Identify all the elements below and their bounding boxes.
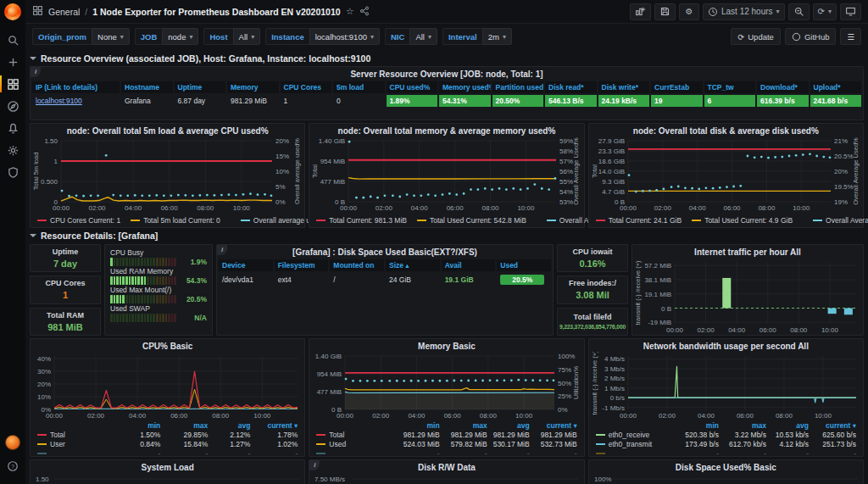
column-header[interactable]: Size ▴ (385, 259, 441, 272)
grafana-logo[interactable] (4, 3, 21, 20)
dashboard-settings-button[interactable]: ⚙ (679, 3, 699, 20)
legend-col-header[interactable]: min (114, 421, 160, 430)
add-panel-button[interactable] (630, 3, 651, 20)
column-header[interactable]: Filesystem (274, 259, 330, 272)
panel-title[interactable]: Disk R/W Data (309, 460, 583, 473)
variable-value-dropdown[interactable]: node▾ (162, 28, 198, 45)
share-icon[interactable] (359, 6, 370, 18)
column-header[interactable]: Device (218, 259, 274, 272)
panel-title[interactable]: node: Overall total memory & average mem… (309, 124, 583, 136)
time-range-picker[interactable]: Last 12 hours ▾ (703, 3, 785, 20)
panel-title[interactable]: CPU% Basic (31, 339, 304, 352)
legend-col-header[interactable]: min (394, 421, 440, 430)
stat-title[interactable]: Free inodes:/ (569, 279, 616, 287)
panel-title[interactable]: Server Resource Overview [JOB: node, Tot… (31, 67, 863, 80)
admin-shield-icon[interactable] (0, 161, 25, 183)
internet-traffic-chart[interactable]: 00:0002:0004:0006:0008:0010:0057.2 MiB38… (632, 258, 863, 335)
panel-title[interactable]: System Load (31, 460, 304, 473)
legend-series-name[interactable] (37, 449, 114, 457)
dashboards-icon[interactable] (0, 73, 25, 95)
stat-title[interactable]: CPU iowait (572, 248, 612, 256)
variable-value-dropdown[interactable]: localhost:9100▾ (309, 28, 380, 45)
variable-value-dropdown[interactable]: None▾ (92, 28, 130, 45)
legend-series-name[interactable]: Used (316, 440, 393, 448)
legend-col-header[interactable]: max (719, 421, 766, 430)
legend-series-name[interactable] (596, 449, 673, 457)
explore-compass-icon[interactable] (0, 95, 25, 117)
column-header[interactable]: Uptime (174, 81, 227, 94)
legend-series-name[interactable]: Total (316, 431, 393, 439)
update-link-button[interactable]: ⟳ Update (731, 28, 781, 45)
dashboard-title[interactable]: 1 Node Exporter for Prometheus Dashboard… (92, 7, 340, 17)
add-icon[interactable] (0, 51, 25, 73)
panel-title[interactable]: Memory Basic (309, 339, 583, 352)
search-icon[interactable] (0, 29, 25, 51)
menu-hamburger-icon[interactable]: ☰ (840, 28, 861, 45)
legend-col-header[interactable]: max (160, 421, 208, 430)
column-header[interactable]: Memory used% (438, 81, 492, 94)
legend-item[interactable]: Total 5m load Current: 0 (131, 216, 220, 225)
cpu-basic-chart[interactable]: 00:0002:0004:0006:0008:0010:0040%30%20%1… (31, 352, 304, 420)
table-cell-link[interactable]: localhost:9100 (31, 94, 120, 108)
legend-series-name[interactable]: eth0_receive (596, 431, 673, 439)
panel-title[interactable]: Network bandwidth usage per second All (589, 339, 863, 352)
breadcrumb-folder[interactable]: General (48, 7, 80, 17)
stat-title[interactable]: Uptime (53, 248, 79, 256)
column-header[interactable]: TCP_tw (704, 81, 757, 94)
column-header[interactable]: Partition used%* (492, 81, 545, 94)
row-header-overview[interactable]: Resource Overview (associated JOB), Host… (30, 52, 864, 64)
legend-series-name[interactable]: User (37, 440, 114, 448)
disk-overall-chart[interactable]: 00:0002:0004:0006:0008:0010:0027.9 GiB23… (589, 136, 863, 213)
legend-item[interactable]: Total Used Current: 542.8 MiB (417, 216, 526, 225)
column-header[interactable]: 5m load (332, 81, 386, 94)
column-header[interactable]: Used (496, 259, 552, 272)
column-header[interactable]: CPU used% (386, 81, 439, 94)
variable-value-dropdown[interactable]: All▾ (233, 28, 261, 45)
memory-basic-chart[interactable]: 00:0002:0004:0006:0008:0010:001.40 GiB95… (309, 352, 583, 420)
legend-item[interactable]: Total Current: 981.3 MiB (316, 216, 407, 225)
user-avatar[interactable] (5, 435, 20, 450)
load-cpu-chart[interactable]: 00:0002:0004:0006:0008:0010:001.5010.500… (31, 136, 304, 213)
column-header[interactable]: Memory (226, 81, 280, 94)
cycle-view-mode-button[interactable] (840, 3, 861, 20)
network-bandwidth-chart[interactable]: 00:0002:0004:0006:0008:0010:004 Mb/s3 Mb… (589, 352, 863, 420)
legend-col-header[interactable]: avg (208, 421, 250, 430)
column-header[interactable]: Mounted on (329, 259, 385, 272)
legend-col-header[interactable]: max (440, 421, 487, 430)
memory-overall-chart[interactable]: 00:0002:0004:0006:0008:0010:001.40 GiB95… (309, 136, 583, 213)
legend-series-name[interactable]: eth0_transmit (596, 440, 673, 448)
zoom-out-time-button[interactable] (788, 3, 810, 20)
variable-value-dropdown[interactable]: 2m▾ (482, 28, 512, 45)
legend-col-header[interactable]: current ▾ (530, 421, 577, 430)
row-header-details[interactable]: Resource Details: [Grafana] (30, 229, 864, 242)
column-header[interactable]: Disk write* (598, 81, 651, 94)
column-header[interactable]: Avail (441, 259, 497, 272)
column-header[interactable]: Download* (756, 81, 810, 94)
save-dashboard-button[interactable] (654, 3, 676, 20)
legend-item[interactable]: CPU Cores Current: 1 (37, 216, 120, 225)
panel-title[interactable]: Disk Space Used% Basic (589, 460, 863, 473)
help-icon[interactable]: ? (0, 455, 25, 477)
system-load-chart[interactable]: 1.50 (31, 473, 304, 484)
panel-title[interactable]: [Grafana] : Disk Space Used Basic(EXT?/X… (217, 245, 553, 258)
legend-item[interactable]: Overall Average Used% Current: 20.5% (813, 216, 868, 225)
column-header[interactable]: CPU Cores (280, 81, 333, 94)
panel-title[interactable]: Internet traffic per hour All (632, 245, 863, 258)
legend-item[interactable]: Total Current: 24.1 GiB (596, 216, 682, 225)
variable-value-dropdown[interactable]: All▾ (409, 28, 437, 45)
refresh-button[interactable]: ⟳▾ (813, 3, 837, 20)
legend-item[interactable]: Total Used Current: 4.9 GiB (692, 216, 793, 225)
stat-title[interactable]: Total filefd (574, 313, 612, 321)
alerting-bell-icon[interactable] (0, 117, 25, 139)
disk-rw-chart[interactable]: 7.50 MB/s (309, 473, 583, 484)
legend-col-header[interactable]: avg (766, 421, 809, 430)
column-header[interactable]: CurrEstab (650, 81, 704, 94)
stat-title[interactable]: CPU Cores (45, 279, 85, 287)
column-header[interactable]: Hostname (120, 81, 174, 94)
legend-col-header[interactable]: current ▾ (250, 421, 298, 430)
panel-title[interactable]: node: Overall total 5m load & average CP… (31, 124, 304, 136)
configuration-gear-icon[interactable] (0, 139, 25, 161)
stat-title[interactable]: Total RAM (47, 311, 84, 320)
panel-title[interactable]: node: Overall total disk & average disk … (589, 124, 863, 136)
legend-series-name[interactable]: Total (37, 431, 114, 439)
